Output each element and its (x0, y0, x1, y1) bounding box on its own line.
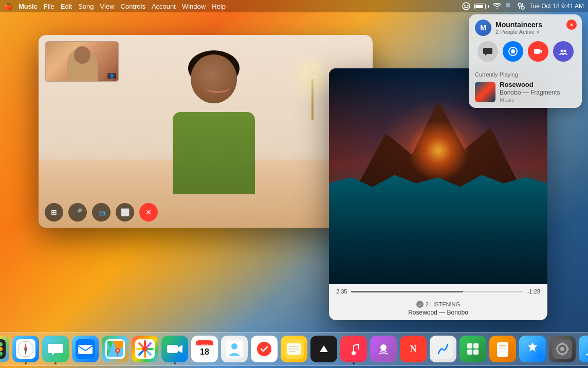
facetime-controls: ⊞ 🎤 📹 ⬜ ✕ (45, 203, 158, 222)
dock-icon-pages[interactable] (489, 336, 516, 362)
track-thumbnail-art (475, 82, 495, 102)
dock-icon-launchpad[interactable] (0, 336, 9, 362)
current-time: 2:35 (336, 288, 347, 295)
pip-badge: 👤 (107, 73, 116, 79)
dock-icon-contacts[interactable] (221, 336, 248, 362)
progress-fill (351, 291, 463, 292)
app-name-menu[interactable]: Music (19, 3, 38, 10)
control-center-icon[interactable] (517, 2, 525, 10)
facetime-window: 👤 ⊞ 🎤 📹 ⬜ ✕ (39, 35, 373, 228)
end-call-button[interactable]: ✕ (139, 203, 158, 222)
dock-icon-freeform[interactable] (430, 336, 456, 362)
battery-icon (474, 4, 489, 9)
svg-text:N: N (410, 344, 417, 354)
svg-point-0 (463, 3, 470, 10)
svg-point-11 (563, 50, 566, 52)
svg-rect-37 (78, 345, 93, 354)
wifi-icon (493, 3, 501, 9)
message-action-button[interactable] (477, 41, 498, 62)
svg-point-8 (511, 49, 515, 53)
svg-rect-74 (473, 343, 479, 348)
dock-icon-numbers[interactable] (460, 336, 486, 362)
dock-icon-podcasts[interactable] (370, 336, 397, 362)
time-bar: 2:35 -1:28 (336, 288, 540, 295)
svg-point-3 (518, 3, 521, 6)
svg-point-2 (467, 5, 468, 7)
svg-rect-9 (534, 49, 540, 54)
group-subtext[interactable]: 2 People Active > (495, 29, 542, 35)
menubar-left: 🍎 Music File Edit Song View Controls Acc… (4, 3, 226, 10)
edit-menu[interactable]: Edit (61, 3, 72, 10)
clock: Tue Oct 18 9:41 AM (529, 3, 584, 10)
group-avatar: M (475, 20, 491, 36)
listening-badge: ♪ 2 LISTENING (416, 301, 460, 308)
sun-glow (408, 120, 469, 181)
remaining-time: -1:28 (527, 288, 540, 295)
svg-rect-78 (497, 342, 508, 357)
music-player-controls: 2:35 -1:28 ♪ 2 LISTENING Rosewood — Bono… (329, 284, 547, 320)
notification-actions (469, 39, 582, 67)
track-row: Rosewood Bonobo — Fragments Music (475, 81, 576, 103)
svg-point-68 (380, 344, 387, 351)
dock-icon-news[interactable]: N (400, 336, 427, 362)
apple-menu[interactable]: 🍎 (4, 3, 12, 10)
track-thumbnail (475, 82, 495, 102)
screenshare-button[interactable]: ⬜ (116, 203, 134, 222)
window-menu[interactable]: Window (182, 3, 206, 10)
progress-track[interactable] (351, 291, 523, 292)
group-info: Mountaineers 2 People Active > (495, 21, 542, 35)
svg-rect-90 (582, 339, 588, 359)
controls-menu[interactable]: Controls (121, 3, 145, 10)
currently-playing-section: Currently Playing Rosewood Bonobo — Frag… (469, 67, 582, 108)
sidebar-toggle-button[interactable]: ⊞ (45, 203, 63, 222)
svg-rect-73 (467, 343, 472, 348)
search-icon[interactable]: 🔍 (505, 3, 513, 10)
dock-icon-downloads[interactable] (579, 336, 588, 362)
dock-icon-calendar[interactable]: 18 OCT (191, 336, 218, 362)
dock-icon-appletv[interactable] (310, 336, 337, 362)
dock-icon-reminders[interactable] (251, 336, 278, 362)
svg-point-57 (231, 343, 237, 349)
video-call-action-button[interactable] (528, 41, 548, 62)
dock-icon-music[interactable] (340, 336, 367, 362)
dock-icon-mail[interactable] (72, 336, 99, 362)
svg-rect-76 (473, 349, 479, 355)
notification-close-button[interactable]: × (566, 20, 577, 30)
svg-rect-75 (467, 349, 472, 355)
track-title: Rosewood (500, 81, 560, 88)
svg-point-44 (117, 349, 119, 352)
music-info-row: ♪ 2 LISTENING Rosewood — Bonobo (336, 301, 540, 316)
birds-decoration: ⋅ ⋅ ⋅ (373, 133, 391, 139)
svg-rect-48 (167, 345, 178, 353)
facetime-pip: 👤 (45, 41, 119, 82)
dock-icon-photos[interactable] (132, 336, 158, 362)
dock-icon-facetime[interactable] (161, 336, 188, 362)
dock-icon-messages[interactable] (42, 336, 69, 362)
svg-point-59 (257, 342, 271, 356)
camera-toggle-button[interactable]: 📹 (92, 203, 111, 222)
listening-count: 2 LISTENING (426, 301, 460, 307)
svg-text:OCT: OCT (201, 343, 209, 347)
svg-text:18: 18 (200, 347, 209, 356)
dock-icon-sysprefs[interactable] (549, 336, 576, 362)
dock-icon-maps[interactable] (102, 336, 128, 362)
notification-group-header: M Mountaineers 2 People Active > × (469, 14, 582, 39)
mute-mic-button[interactable]: 🎤 (68, 203, 87, 222)
svg-point-85 (560, 347, 564, 351)
notification-panel: M Mountaineers 2 People Active > × (469, 14, 582, 108)
dock-icon-safari[interactable] (12, 336, 39, 362)
view-menu[interactable]: View (100, 3, 115, 10)
dock-icon-appstore[interactable] (519, 336, 546, 362)
track-label: Rosewood — Bonobo (408, 309, 468, 316)
shareplay-action-button[interactable] (553, 41, 574, 62)
track-source: Music (500, 97, 560, 103)
audio-call-action-button[interactable] (503, 41, 523, 62)
menubar: 🍎 Music File Edit Song View Controls Acc… (0, 0, 588, 12)
track-artist: Bonobo — Fragments (500, 89, 560, 96)
file-menu[interactable]: File (44, 3, 54, 10)
account-menu[interactable]: Account (152, 3, 176, 10)
dock-icon-notes[interactable] (281, 336, 307, 362)
shareplay-small-icon: ♪ (416, 301, 424, 308)
help-menu[interactable]: Help (212, 3, 226, 10)
song-menu[interactable]: Song (78, 3, 94, 10)
